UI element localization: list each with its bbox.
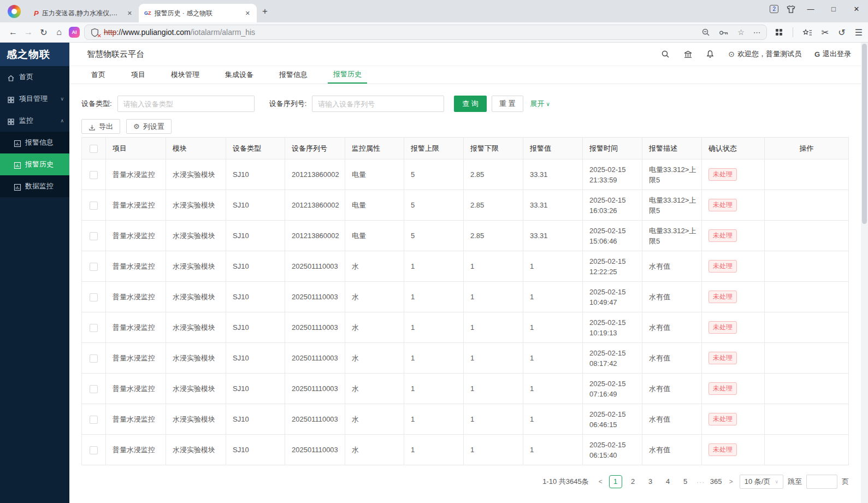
col-confirm-status: 确认状态 xyxy=(702,138,765,159)
insecure-shield-icon[interactable]: ✕ xyxy=(90,28,99,37)
bell-icon[interactable] xyxy=(706,50,715,59)
pagination-ellipsis[interactable]: ··· xyxy=(696,478,705,486)
menu-hamburger-icon[interactable]: ☰ xyxy=(855,27,863,38)
column-settings-button[interactable]: ⚙ 列设置 xyxy=(126,119,172,134)
tab2-close-icon[interactable]: ✕ xyxy=(243,9,252,18)
apps-grid-icon[interactable] xyxy=(775,28,783,37)
export-button[interactable]: 导出 xyxy=(81,119,120,134)
row-checkbox[interactable] xyxy=(90,293,98,301)
browser-tab-1[interactable]: P 压力变送器,静力水准仪,液位仪 ✕ xyxy=(28,4,139,22)
next-page-icon[interactable]: > xyxy=(727,478,735,486)
cell-description: 电量33.312>上限5 xyxy=(642,221,702,251)
bank-icon[interactable] xyxy=(683,50,693,59)
favorites-list-icon[interactable] xyxy=(802,28,812,37)
col-alarm-value: 报警值 xyxy=(523,138,583,159)
page-3[interactable]: 3 xyxy=(644,475,657,488)
nav-tabs: 首页 项目 模块管理 集成设备 报警信息 报警历史 xyxy=(69,66,861,84)
row-checkbox[interactable] xyxy=(90,354,98,363)
select-all-checkbox[interactable] xyxy=(90,145,98,153)
row-checkbox[interactable] xyxy=(90,446,98,454)
close-button[interactable]: ✕ xyxy=(845,5,868,13)
browser-home-icon[interactable]: ⌂ xyxy=(51,27,67,37)
page-scrollbar[interactable] xyxy=(861,43,868,503)
row-checkbox[interactable] xyxy=(90,324,98,332)
tab-count-badge[interactable]: 2 xyxy=(770,5,778,13)
jump-suffix: 页 xyxy=(842,477,849,487)
row-checkbox[interactable] xyxy=(90,202,98,210)
welcome-user[interactable]: ⊙ 欢迎您，普量测试员 xyxy=(728,49,801,59)
serial-input[interactable] xyxy=(312,96,444,112)
row-checkbox[interactable] xyxy=(90,385,98,393)
status-badge: 未处理 xyxy=(708,382,737,394)
cell-lower-limit: 1 xyxy=(464,312,523,343)
browser-tab-2[interactable]: GZ 报警历史 · 感之物联 ✕ xyxy=(139,4,257,22)
cell-device-type: SJ10 xyxy=(226,282,285,312)
cell-serial: 202501110003 xyxy=(285,251,345,282)
cell-alarm-value: 1 xyxy=(523,251,583,282)
cell-operation xyxy=(765,251,849,282)
cell-alarm-value: 1 xyxy=(523,343,583,374)
theme-skin-icon[interactable] xyxy=(786,4,796,13)
tab-module-management[interactable]: 模块管理 xyxy=(166,66,205,84)
bookmark-star-icon[interactable]: ☆ xyxy=(737,28,745,37)
page-5[interactable]: 5 xyxy=(679,475,692,488)
tab-alarm-info[interactable]: 报警信息 xyxy=(274,66,313,84)
tab-home[interactable]: 首页 xyxy=(86,66,111,84)
sidebar-item-data-monitoring[interactable]: 数据监控 xyxy=(0,175,69,197)
cell-device-type: SJ10 xyxy=(226,159,285,190)
page-2[interactable]: 2 xyxy=(627,475,640,488)
maximize-button[interactable]: □ xyxy=(822,5,845,13)
sidebar-item-home[interactable]: 首页 xyxy=(0,66,69,88)
jump-page-input[interactable] xyxy=(806,475,837,489)
scrollbar-thumb[interactable] xyxy=(862,44,867,224)
logout-button[interactable]: G 退出登录 xyxy=(814,49,851,59)
col-project: 项目 xyxy=(106,138,166,159)
cell-module: 水浸实验模块 xyxy=(166,312,226,343)
back-icon[interactable]: ← xyxy=(5,27,21,37)
sidebar-item-project-management[interactable]: 项目管理 ∨ xyxy=(0,88,69,110)
grid-icon xyxy=(7,95,15,103)
history-undo-icon[interactable]: ↺ xyxy=(838,27,845,38)
row-checkbox[interactable] xyxy=(90,416,98,424)
tab-integrated-devices[interactable]: 集成设备 xyxy=(220,66,259,84)
tab-alarm-history[interactable]: 报警历史 xyxy=(328,66,367,84)
status-badge: 未处理 xyxy=(708,321,737,333)
page-4[interactable]: 4 xyxy=(662,475,675,488)
cell-alarm-time: 2025-02-1508:17:42 xyxy=(583,343,642,374)
serial-label: 设备序列号: xyxy=(269,99,307,109)
cell-alarm-value: 1 xyxy=(523,312,583,343)
forward-icon[interactable]: → xyxy=(21,27,36,37)
reload-icon[interactable]: ↻ xyxy=(36,27,51,38)
page-1[interactable]: 1 xyxy=(609,475,622,488)
password-key-icon[interactable] xyxy=(719,28,729,37)
row-checkbox[interactable] xyxy=(90,263,98,271)
address-bar[interactable]: ✕ http://www.puliangiot.com/iotalarm/ala… xyxy=(84,25,767,40)
cell-project: 普量水浸监控 xyxy=(106,159,166,190)
more-options-icon[interactable]: ⋯ xyxy=(753,28,761,37)
search-button[interactable]: 查 询 xyxy=(454,96,487,112)
col-operation: 操作 xyxy=(765,138,849,159)
device-type-input[interactable] xyxy=(117,96,255,112)
sidebar-item-alarm-history[interactable]: 报警历史 xyxy=(0,153,69,175)
browser-logo-icon[interactable] xyxy=(8,5,21,18)
sidebar-item-monitoring[interactable]: 监控 ∧ xyxy=(0,110,69,132)
ai-assistant-icon[interactable]: AI xyxy=(69,27,80,38)
row-checkbox[interactable] xyxy=(90,171,98,179)
page-365[interactable]: 365 xyxy=(710,475,723,488)
tab-project[interactable]: 项目 xyxy=(126,66,151,84)
cell-alarm-value: 1 xyxy=(523,374,583,404)
cell-module: 水浸实验模块 xyxy=(166,251,226,282)
expand-link[interactable]: 展开 ∨ xyxy=(530,99,550,109)
reset-button[interactable]: 重 置 xyxy=(492,96,523,112)
minimize-button[interactable]: — xyxy=(799,5,822,13)
prev-page-icon[interactable]: < xyxy=(597,478,605,486)
sidebar-item-alarm-info[interactable]: 报警信息 xyxy=(0,132,69,153)
new-tab-button[interactable]: + xyxy=(262,6,268,17)
row-checkbox[interactable] xyxy=(90,232,98,240)
page-size-select[interactable]: 10 条/页 ∨ xyxy=(740,475,783,489)
search-icon[interactable] xyxy=(661,50,670,59)
tab1-close-icon[interactable]: ✕ xyxy=(125,9,134,18)
zoom-out-icon[interactable] xyxy=(701,28,710,37)
cell-operation xyxy=(765,312,849,343)
screenshot-scissors-icon[interactable]: ✂ xyxy=(822,27,829,38)
